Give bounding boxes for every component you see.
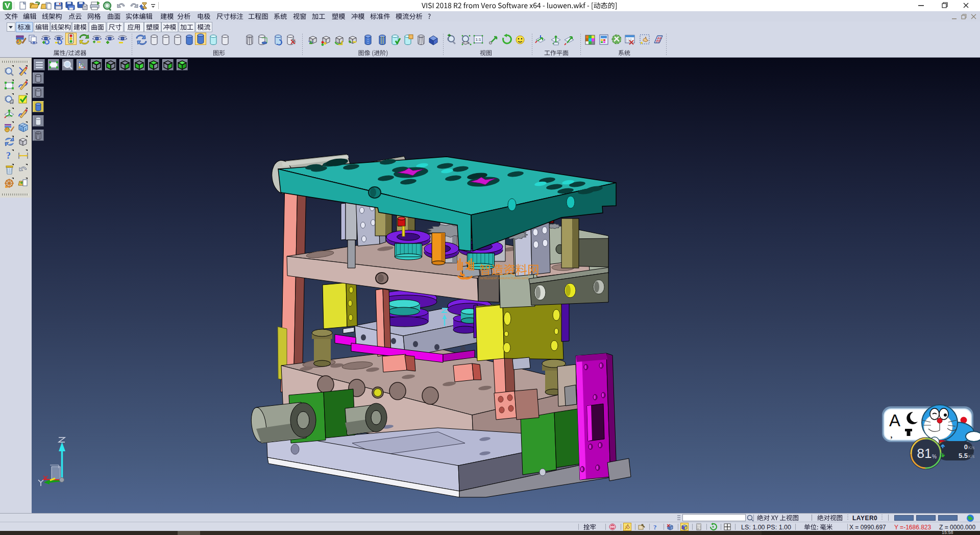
- svg-text:5.5: 5.5: [959, 452, 968, 459]
- svg-text:81: 81: [917, 446, 932, 461]
- svg-text:K/s: K/s: [968, 445, 974, 450]
- svg-text:K/s: K/s: [968, 454, 974, 459]
- svg-text:%: %: [932, 454, 937, 459]
- svg-text:A: A: [889, 411, 900, 430]
- svg-text:?: ?: [6, 151, 11, 161]
- svg-text:0: 0: [964, 443, 968, 451]
- svg-text:1:1: 1:1: [475, 37, 481, 42]
- svg-text:,: ,: [890, 428, 893, 440]
- svg-text:?: ?: [653, 523, 657, 531]
